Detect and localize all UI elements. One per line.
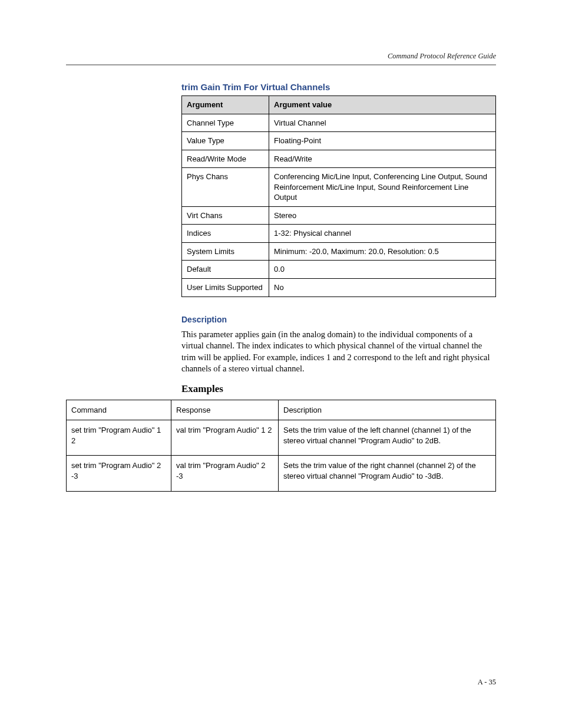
table-header-row: Command Response Description [67,400,496,420]
arg-name: Channel Type [182,114,269,132]
arg-value: 1-32: Physical channel [269,225,496,243]
ex-response: val trim "Program Audio" 2 -3 [171,456,279,491]
table-row: Value Type Floating-Point [182,132,496,150]
table-row: System Limits Minimum: -20.0, Maximum: 2… [182,242,496,261]
ex-header-response: Response [171,400,279,420]
table-row: Indices 1-32: Physical channel [182,225,496,243]
arg-value: Minimum: -20.0, Maximum: 20.0, Resolutio… [269,242,496,261]
table-row: Phys Chans Conferencing Mic/Line Input, … [182,168,496,207]
ex-command: set trim "Program Audio" 2 -3 [67,456,171,491]
arg-value: Floating-Point [269,132,496,150]
arg-header-value: Argument value [269,96,496,114]
arg-value: Conferencing Mic/Line Input, Conferencin… [269,168,496,207]
ex-description: Sets the trim value of the left channel … [279,420,496,456]
arg-value: Virtual Channel [269,114,496,132]
arg-name: Read/Write Mode [182,150,269,168]
description-heading: Description [181,315,496,324]
ex-command: set trim "Program Audio" 1 2 [67,420,171,456]
arg-name: Phys Chans [182,168,269,207]
arg-value: Read/Write [269,150,496,168]
arg-header-argument: Argument [182,96,269,114]
examples-heading: Examples [181,383,496,395]
arg-name: Default [182,261,269,279]
arg-name: User Limits Supported [182,279,269,297]
table-row: User Limits Supported No [182,279,496,297]
table-row: Virt Chans Stereo [182,206,496,225]
ex-description: Sets the trim value of the right channel… [279,456,496,491]
page: Command Protocol Reference Guide trim Ga… [0,0,562,728]
arg-value: 0.0 [269,261,496,279]
arg-name: Value Type [182,132,269,150]
page-number: A - 35 [478,678,496,687]
examples-table: Command Response Description set trim "P… [66,400,496,492]
ex-response: val trim "Program Audio" 1 2 [171,420,279,456]
section-title: trim Gain Trim For Virtual Channels [181,82,496,92]
arg-name: System Limits [182,242,269,261]
table-row: set trim "Program Audio" 2 -3 val trim "… [67,456,496,491]
table-header-row: Argument Argument value [182,96,496,114]
table-row: Channel Type Virtual Channel [182,114,496,132]
table-row: Default 0.0 [182,261,496,279]
header-rule [66,64,496,65]
arg-value: No [269,279,496,297]
arg-value: Stereo [269,206,496,225]
ex-header-description: Description [279,400,496,420]
argument-table: Argument Argument value Channel Type Vir… [181,95,496,297]
ex-header-command: Command [67,400,171,420]
main-content: trim Gain Trim For Virtual Channels Argu… [181,82,496,395]
description-body: This parameter applies gain (in the anal… [181,329,496,375]
table-row: set trim "Program Audio" 1 2 val trim "P… [67,420,496,456]
arg-name: Indices [182,225,269,243]
table-row: Read/Write Mode Read/Write [182,150,496,168]
running-header: Command Protocol Reference Guide [66,52,496,61]
arg-name: Virt Chans [182,206,269,225]
